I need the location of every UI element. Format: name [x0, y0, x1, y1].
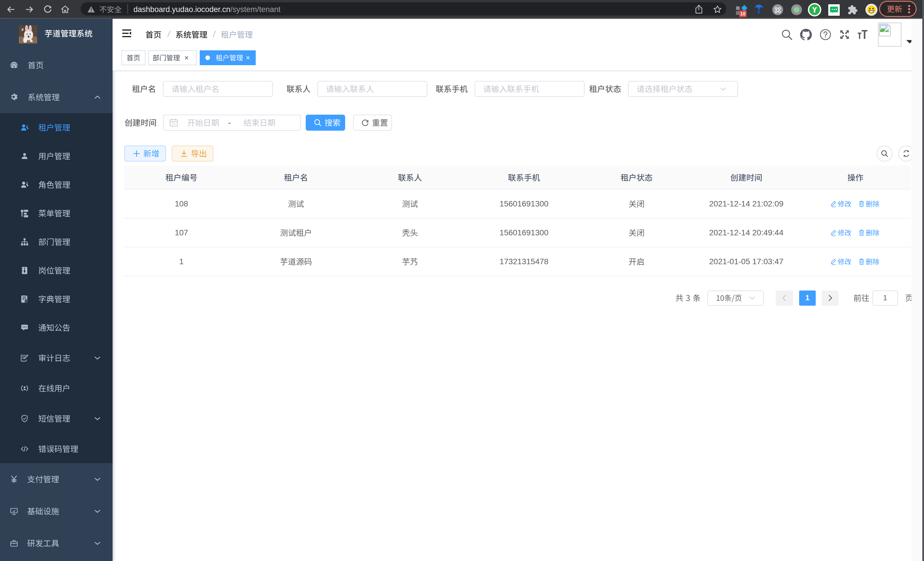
svg-text:10: 10: [740, 11, 746, 17]
